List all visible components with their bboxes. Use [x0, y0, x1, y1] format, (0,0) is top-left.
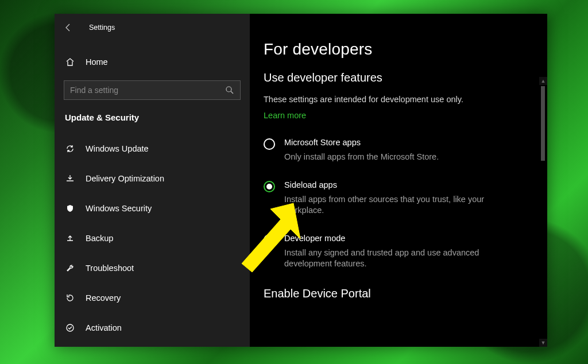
option-desc: Install apps from other sources that you…	[284, 194, 514, 216]
radio-icon[interactable]	[264, 234, 275, 246]
sidebar-item-label: Troubleshoot	[86, 264, 134, 273]
option-desc: Install any signed and trusted app and u…	[284, 247, 514, 270]
sidebar-item-label: Backup	[86, 234, 113, 243]
radio-icon[interactable]	[264, 181, 275, 192]
device-portal-title: Enable Device Portal	[264, 287, 547, 300]
sidebar-item-label: Activation	[86, 323, 122, 332]
developer-options: Microsoft Store apps Only install apps f…	[264, 138, 547, 270]
vertical-scrollbar[interactable]: ▲ ▼	[539, 77, 547, 347]
sidebar-nav: Windows Update Delivery Optimization Win…	[55, 134, 250, 343]
option-title: Microsoft Store apps	[284, 138, 439, 147]
option-title: Sideload apps	[284, 180, 514, 189]
sidebar-item-windows-update[interactable]: Windows Update	[55, 134, 250, 164]
backup-icon	[65, 234, 75, 243]
sidebar-item-label: Recovery	[86, 293, 121, 303]
home-icon	[65, 57, 75, 67]
download-icon	[65, 174, 75, 183]
sidebar-item-troubleshoot[interactable]: Troubleshoot	[55, 253, 250, 283]
home-button[interactable]: Home	[55, 49, 250, 75]
content-pane: For developers Use developer features Th…	[250, 14, 547, 347]
sidebar-item-activation[interactable]: Activation	[55, 313, 250, 343]
sidebar-item-delivery-optimization[interactable]: Delivery Optimization	[55, 164, 250, 193]
recovery-icon	[65, 293, 75, 303]
learn-more-link[interactable]: Learn more	[264, 111, 306, 120]
shield-icon	[65, 204, 75, 213]
sidebar-item-label: Windows Security	[86, 204, 152, 213]
section-description: These settings are intended for developm…	[264, 95, 547, 104]
sidebar-item-label: Delivery Optimization	[86, 174, 164, 183]
section-subtitle: Use developer features	[264, 71, 547, 84]
sidebar-item-recovery[interactable]: Recovery	[55, 283, 250, 313]
scroll-up-icon[interactable]: ▲	[539, 77, 547, 85]
search-icon	[225, 86, 234, 95]
app-title: Settings	[89, 24, 115, 32]
back-icon[interactable]	[64, 23, 73, 32]
svg-point-6	[67, 324, 74, 331]
sidebar-item-backup[interactable]: Backup	[55, 223, 250, 253]
wrench-icon	[65, 264, 75, 273]
sync-icon	[65, 144, 75, 153]
sidebar: Settings Home Update & Security Windo	[55, 14, 250, 347]
section-title: Update & Security	[55, 100, 250, 128]
svg-line-5	[231, 91, 233, 94]
search-box[interactable]	[64, 80, 241, 100]
sidebar-item-label: Windows Update	[86, 144, 149, 153]
title-bar: Settings	[55, 15, 250, 40]
settings-window: Settings Home Update & Security Windo	[55, 14, 547, 347]
option-title: Developer mode	[284, 234, 514, 243]
home-label: Home	[86, 57, 108, 67]
scroll-thumb[interactable]	[541, 86, 545, 161]
scroll-down-icon[interactable]: ▼	[539, 339, 547, 347]
option-store-apps[interactable]: Microsoft Store apps Only install apps f…	[264, 138, 547, 163]
check-circle-icon	[65, 323, 75, 332]
option-developer-mode[interactable]: Developer mode Install any signed and tr…	[264, 234, 547, 270]
page-title: For developers	[264, 40, 547, 59]
radio-icon[interactable]	[264, 138, 275, 150]
search-input[interactable]	[70, 86, 225, 95]
svg-point-4	[226, 87, 231, 92]
sidebar-item-windows-security[interactable]: Windows Security	[55, 193, 250, 223]
option-desc: Only install apps from the Microsoft Sto…	[284, 152, 439, 163]
option-sideload-apps[interactable]: Sideload apps Install apps from other so…	[264, 180, 547, 216]
